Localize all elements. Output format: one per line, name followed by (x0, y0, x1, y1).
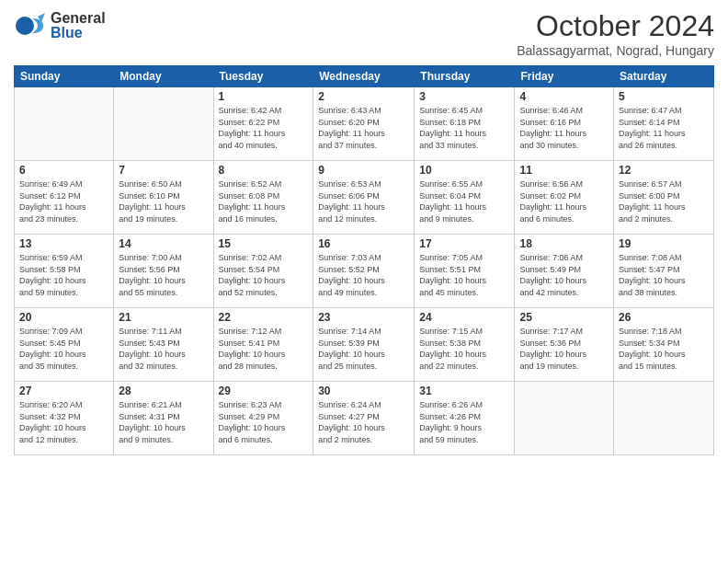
day-number: 5 (619, 90, 709, 103)
day-info: Sunrise: 7:03 AM Sunset: 5:52 PM Dayligh… (318, 252, 409, 298)
page: General Blue October 2024 Balassagyarmat… (0, 0, 728, 563)
week-row-2: 13Sunrise: 6:59 AM Sunset: 5:58 PM Dayli… (15, 235, 714, 308)
day-number: 31 (419, 385, 509, 397)
col-thursday: Thursday (415, 66, 515, 87)
logo-blue: Blue (51, 26, 106, 40)
week-row-1: 6Sunrise: 6:49 AM Sunset: 6:12 PM Daylig… (15, 161, 714, 235)
day-info: Sunrise: 6:45 AM Sunset: 6:18 PM Dayligh… (419, 105, 509, 151)
day-number: 10 (419, 164, 509, 177)
day-number: 19 (619, 237, 709, 250)
day-number: 26 (619, 311, 709, 324)
day-info: Sunrise: 6:53 AM Sunset: 6:06 PM Dayligh… (318, 178, 409, 224)
day-info: Sunrise: 7:05 AM Sunset: 5:51 PM Dayligh… (419, 252, 509, 298)
day-number: 6 (19, 164, 108, 177)
day-number: 3 (419, 90, 509, 103)
day-number: 17 (419, 237, 509, 250)
day-number: 7 (119, 164, 208, 177)
day-cell: 10Sunrise: 6:55 AM Sunset: 6:04 PM Dayli… (415, 161, 515, 235)
day-number: 1 (219, 90, 309, 103)
logo-text: General Blue (51, 11, 106, 40)
day-cell: 24Sunrise: 7:15 AM Sunset: 5:38 PM Dayli… (415, 308, 515, 382)
week-row-4: 27Sunrise: 6:20 AM Sunset: 4:32 PM Dayli… (15, 382, 714, 455)
day-info: Sunrise: 6:50 AM Sunset: 6:10 PM Dayligh… (119, 178, 208, 224)
day-cell: 6Sunrise: 6:49 AM Sunset: 6:12 PM Daylig… (15, 161, 114, 235)
day-cell (114, 87, 213, 161)
day-number: 14 (119, 237, 208, 250)
day-info: Sunrise: 6:52 AM Sunset: 6:08 PM Dayligh… (219, 178, 309, 224)
calendar-header: Sunday Monday Tuesday Wednesday Thursday… (15, 66, 714, 87)
day-cell: 28Sunrise: 6:21 AM Sunset: 4:31 PM Dayli… (114, 382, 213, 455)
day-number: 2 (318, 90, 409, 103)
day-number: 24 (419, 311, 509, 324)
day-number: 8 (219, 164, 309, 177)
day-cell: 22Sunrise: 7:12 AM Sunset: 5:41 PM Dayli… (213, 308, 313, 382)
header-row: Sunday Monday Tuesday Wednesday Thursday… (15, 66, 714, 87)
logo: General Blue (14, 9, 106, 42)
day-cell: 8Sunrise: 6:52 AM Sunset: 6:08 PM Daylig… (213, 161, 313, 235)
day-number: 13 (19, 237, 108, 250)
svg-point-0 (16, 17, 34, 35)
week-row-0: 1Sunrise: 6:42 AM Sunset: 6:22 PM Daylig… (15, 87, 714, 161)
day-info: Sunrise: 6:21 AM Sunset: 4:31 PM Dayligh… (119, 399, 208, 445)
day-info: Sunrise: 6:26 AM Sunset: 4:26 PM Dayligh… (419, 399, 509, 445)
day-info: Sunrise: 7:09 AM Sunset: 5:45 PM Dayligh… (19, 326, 108, 372)
day-info: Sunrise: 7:17 AM Sunset: 5:36 PM Dayligh… (519, 326, 609, 372)
day-number: 22 (219, 311, 309, 324)
day-number: 11 (519, 164, 609, 177)
logo-icon (14, 9, 47, 42)
col-saturday: Saturday (614, 66, 714, 87)
day-info: Sunrise: 6:42 AM Sunset: 6:22 PM Dayligh… (219, 105, 309, 151)
day-cell: 5Sunrise: 6:47 AM Sunset: 6:14 PM Daylig… (614, 87, 714, 161)
col-friday: Friday (515, 66, 614, 87)
day-cell: 2Sunrise: 6:43 AM Sunset: 6:20 PM Daylig… (313, 87, 415, 161)
day-cell: 26Sunrise: 7:18 AM Sunset: 5:34 PM Dayli… (614, 308, 714, 382)
day-number: 28 (119, 385, 208, 397)
logo-general: General (51, 11, 106, 26)
title-block: October 2024 Balassagyarmat, Nograd, Hun… (517, 9, 714, 58)
day-number: 9 (318, 164, 409, 177)
day-cell: 25Sunrise: 7:17 AM Sunset: 5:36 PM Dayli… (515, 308, 614, 382)
day-number: 20 (19, 311, 108, 324)
day-cell: 4Sunrise: 6:46 AM Sunset: 6:16 PM Daylig… (515, 87, 614, 161)
col-wednesday: Wednesday (313, 66, 415, 87)
day-info: Sunrise: 6:55 AM Sunset: 6:04 PM Dayligh… (419, 178, 509, 224)
header: General Blue October 2024 Balassagyarmat… (14, 9, 714, 58)
day-info: Sunrise: 6:59 AM Sunset: 5:58 PM Dayligh… (19, 252, 108, 298)
day-info: Sunrise: 7:12 AM Sunset: 5:41 PM Dayligh… (219, 326, 309, 372)
day-info: Sunrise: 7:06 AM Sunset: 5:49 PM Dayligh… (519, 252, 609, 298)
day-info: Sunrise: 7:14 AM Sunset: 5:39 PM Dayligh… (318, 326, 409, 372)
day-info: Sunrise: 6:47 AM Sunset: 6:14 PM Dayligh… (619, 105, 709, 151)
day-info: Sunrise: 6:56 AM Sunset: 6:02 PM Dayligh… (519, 178, 609, 224)
day-cell: 20Sunrise: 7:09 AM Sunset: 5:45 PM Dayli… (15, 308, 114, 382)
day-cell: 31Sunrise: 6:26 AM Sunset: 4:26 PM Dayli… (415, 382, 515, 455)
week-row-3: 20Sunrise: 7:09 AM Sunset: 5:45 PM Dayli… (15, 308, 714, 382)
day-info: Sunrise: 6:49 AM Sunset: 6:12 PM Dayligh… (19, 178, 108, 224)
day-info: Sunrise: 6:57 AM Sunset: 6:00 PM Dayligh… (619, 178, 709, 224)
day-info: Sunrise: 7:15 AM Sunset: 5:38 PM Dayligh… (419, 326, 509, 372)
day-info: Sunrise: 7:02 AM Sunset: 5:54 PM Dayligh… (219, 252, 309, 298)
day-number: 23 (318, 311, 409, 324)
day-number: 15 (219, 237, 309, 250)
col-tuesday: Tuesday (213, 66, 313, 87)
day-number: 21 (119, 311, 208, 324)
day-cell: 17Sunrise: 7:05 AM Sunset: 5:51 PM Dayli… (415, 235, 515, 308)
day-number: 30 (318, 385, 409, 397)
day-cell (15, 87, 114, 161)
day-cell: 30Sunrise: 6:24 AM Sunset: 4:27 PM Dayli… (313, 382, 415, 455)
day-cell: 23Sunrise: 7:14 AM Sunset: 5:39 PM Dayli… (313, 308, 415, 382)
day-number: 27 (19, 385, 108, 397)
day-cell: 11Sunrise: 6:56 AM Sunset: 6:02 PM Dayli… (515, 161, 614, 235)
day-cell: 27Sunrise: 6:20 AM Sunset: 4:32 PM Dayli… (15, 382, 114, 455)
day-cell: 7Sunrise: 6:50 AM Sunset: 6:10 PM Daylig… (114, 161, 213, 235)
day-cell: 3Sunrise: 6:45 AM Sunset: 6:18 PM Daylig… (415, 87, 515, 161)
day-cell: 9Sunrise: 6:53 AM Sunset: 6:06 PM Daylig… (313, 161, 415, 235)
day-cell: 12Sunrise: 6:57 AM Sunset: 6:00 PM Dayli… (614, 161, 714, 235)
col-sunday: Sunday (15, 66, 114, 87)
day-number: 4 (519, 90, 609, 103)
day-number: 25 (519, 311, 609, 324)
day-cell: 15Sunrise: 7:02 AM Sunset: 5:54 PM Dayli… (213, 235, 313, 308)
day-info: Sunrise: 6:23 AM Sunset: 4:29 PM Dayligh… (219, 399, 309, 445)
day-info: Sunrise: 6:24 AM Sunset: 4:27 PM Dayligh… (318, 399, 409, 445)
day-cell (614, 382, 714, 455)
day-info: Sunrise: 7:11 AM Sunset: 5:43 PM Dayligh… (119, 326, 208, 372)
